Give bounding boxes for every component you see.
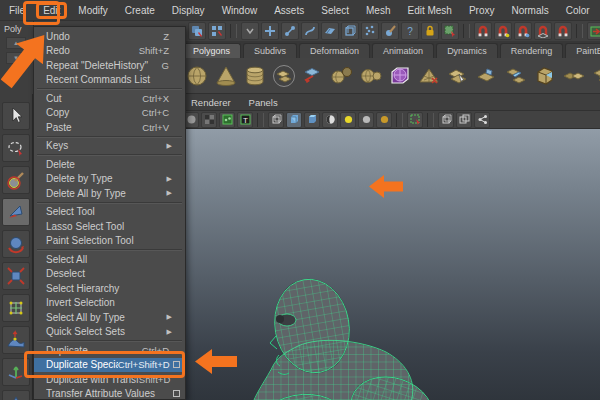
rotate-tool-icon[interactable] xyxy=(2,230,30,258)
select-meshes-icon[interactable] xyxy=(341,22,359,40)
isolate-select-icon[interactable] xyxy=(438,112,454,128)
edit-menu-item-transfer-attribute-values[interactable]: Transfer Attribute Values xyxy=(34,387,185,400)
lighting-gold-icon[interactable] xyxy=(376,112,392,128)
snap-to-grid-icon[interactable] xyxy=(474,22,492,40)
shelf-tab-subdivs[interactable]: Subdivs xyxy=(243,43,297,58)
lasso-select-tool-icon[interactable] xyxy=(2,134,30,162)
panel-menu-renderer[interactable]: Renderer xyxy=(191,97,231,108)
menubar-item-file[interactable]: File xyxy=(7,4,27,17)
edit-menu-item-recent-commands-list[interactable]: Recent Commands List xyxy=(34,73,185,88)
booleans-icon[interactable] xyxy=(532,62,558,90)
select-by-hierarchy-icon[interactable] xyxy=(261,22,279,40)
select-surfaces-icon[interactable] xyxy=(321,22,339,40)
edit-menu-item-repeat-deletehistory[interactable]: Repeat "DeleteHistory"G xyxy=(34,58,185,73)
shelf-tab-rendering[interactable]: Rendering xyxy=(500,43,564,58)
edit-menu-item-paint-selection-tool[interactable]: Paint Selection Tool xyxy=(34,234,185,249)
snap-to-plane-icon[interactable] xyxy=(534,22,552,40)
edit-menu-item-select-tool[interactable]: Select Tool xyxy=(34,205,185,220)
paint-selection-tool-icon[interactable] xyxy=(2,166,30,194)
select-misc-icon[interactable]: ? xyxy=(401,22,419,40)
snap-to-curve-icon[interactable] xyxy=(494,22,512,40)
shaded-mode-icon[interactable] xyxy=(286,112,302,128)
option-box[interactable] xyxy=(173,361,180,368)
smooth-preview-icon[interactable] xyxy=(358,62,384,90)
edit-menu-item-select-all[interactable]: Select All xyxy=(34,252,185,267)
shelf-tab-animation[interactable]: Animation xyxy=(372,43,434,58)
merge-icon[interactable] xyxy=(590,62,600,90)
menubar-item-window[interactable]: Window xyxy=(220,4,260,17)
edit-menu-item-delete-all-by-type[interactable]: Delete All by Type▶ xyxy=(34,186,185,201)
menubar-item-modify[interactable]: Modify xyxy=(76,4,109,17)
make-live-icon[interactable] xyxy=(554,22,572,40)
edit-menu-item-duplicate[interactable]: DuplicateCtrl+D xyxy=(34,343,185,358)
shelf-arrow-down-button[interactable]: ▼ xyxy=(6,52,26,64)
shelf-arrow-up-button[interactable]: ▲ xyxy=(6,37,26,49)
mirror-icon[interactable] xyxy=(561,62,587,90)
lighting-yellow-icon[interactable] xyxy=(340,112,356,128)
universal-manipulator-icon[interactable] xyxy=(2,294,30,322)
edit-menu-item-delete[interactable]: Delete xyxy=(34,157,185,172)
edit-menu-item-undo[interactable]: UndoZ xyxy=(34,29,185,44)
edit-menu-item-invert-selection[interactable]: Invert Selection xyxy=(34,296,185,311)
menubar-item-edit[interactable]: Edit xyxy=(36,2,67,19)
snap-to-point-icon[interactable] xyxy=(514,22,532,40)
option-box[interactable] xyxy=(173,390,180,397)
edit-menu-item-deselect[interactable]: Deselect xyxy=(34,267,185,282)
soft-modification-tool-icon[interactable] xyxy=(2,326,30,354)
film-gate-icon[interactable] xyxy=(201,112,217,128)
menubar-item-mesh[interactable]: Mesh xyxy=(364,4,392,17)
select-tool-icon[interactable] xyxy=(2,102,30,130)
edit-menu-item-keys[interactable]: Keys▶ xyxy=(34,139,185,154)
select-joints-icon[interactable] xyxy=(281,22,299,40)
menubar-item-create[interactable]: Create xyxy=(123,4,157,17)
panel-menu-panels[interactable]: Panels xyxy=(249,97,278,108)
shelf-tab-painteffects[interactable]: PaintEffects xyxy=(565,43,600,58)
show-manipulator-icon[interactable] xyxy=(2,390,30,400)
snap-together-icon[interactable] xyxy=(188,22,206,40)
menubar-item-select[interactable]: Select xyxy=(319,4,351,17)
combine-icon[interactable] xyxy=(300,62,326,90)
edit-menu-item-copy[interactable]: CopyCtrl+C xyxy=(34,106,185,121)
edit-menu-item-redo[interactable]: RedoShift+Z xyxy=(34,44,185,59)
shelf-tab-dynamics[interactable]: Dynamics xyxy=(436,43,498,58)
bridge-icon[interactable] xyxy=(503,62,529,90)
option-box-icon[interactable] xyxy=(173,361,180,368)
selection-mask-chevron-icon[interactable] xyxy=(241,22,259,40)
smooth-icon[interactable] xyxy=(329,62,355,90)
menubar-item-color[interactable]: Color xyxy=(564,4,592,17)
edit-menu-item-duplicate-with-transform[interactable]: Duplicate with TransformShift+D xyxy=(34,372,185,387)
wireframe-mode-icon[interactable] xyxy=(268,112,284,128)
menu-set-dropdown[interactable]: Poly xyxy=(0,21,33,34)
poly-sphere-icon[interactable] xyxy=(184,62,210,90)
menubar-item-normals[interactable]: Normals xyxy=(510,4,551,17)
poly-cylinder-icon[interactable] xyxy=(242,62,268,90)
edit-menu-item-duplicate-special[interactable]: Duplicate SpecialCtrl+Shift+D xyxy=(34,358,185,373)
share-view-icon[interactable] xyxy=(474,112,490,128)
edit-menu-item-select-hierarchy[interactable]: Select Hierarchy xyxy=(34,281,185,296)
select-curves-icon[interactable] xyxy=(301,22,319,40)
poly-plane-icon[interactable] xyxy=(271,62,297,90)
menubar-item-display[interactable]: Display xyxy=(170,4,207,17)
bevel-icon[interactable] xyxy=(474,62,500,90)
menubar-item-assets[interactable]: Assets xyxy=(272,4,306,17)
resolution-gate-icon[interactable] xyxy=(219,112,235,128)
edit-menu-item-paste[interactable]: PasteCtrl+V xyxy=(34,120,185,135)
reduce-icon[interactable] xyxy=(416,62,442,90)
shelf-tab-deformation[interactable]: Deformation xyxy=(299,43,370,58)
multi-component-icon[interactable] xyxy=(208,22,226,40)
move-tool-icon[interactable] xyxy=(2,198,30,226)
use-all-lights-icon[interactable] xyxy=(322,112,338,128)
edit-menu-item-quick-select-sets[interactable]: Quick Select Sets▶ xyxy=(34,325,185,340)
menubar-item-edit-mesh[interactable]: Edit Mesh xyxy=(405,4,453,17)
edit-menu-item-lasso-select-tool[interactable]: Lasso Select Tool xyxy=(34,219,185,234)
isolate-copy-icon[interactable] xyxy=(456,112,472,128)
menubar-item-proxy[interactable]: Proxy xyxy=(467,4,497,17)
highlight-selection-mode-icon[interactable] xyxy=(407,112,423,128)
edit-menu-item-delete-by-type[interactable]: Delete by Type▶ xyxy=(34,172,185,187)
option-box-icon[interactable] xyxy=(172,390,180,397)
uv-texture-cube-icon[interactable] xyxy=(387,62,413,90)
edit-menu-item-cut[interactable]: CutCtrl+X xyxy=(34,91,185,106)
lighting-flat-icon[interactable] xyxy=(358,112,374,128)
shelf-tab-polygons[interactable]: Polygons xyxy=(182,43,241,58)
extrude-icon[interactable] xyxy=(445,62,471,90)
